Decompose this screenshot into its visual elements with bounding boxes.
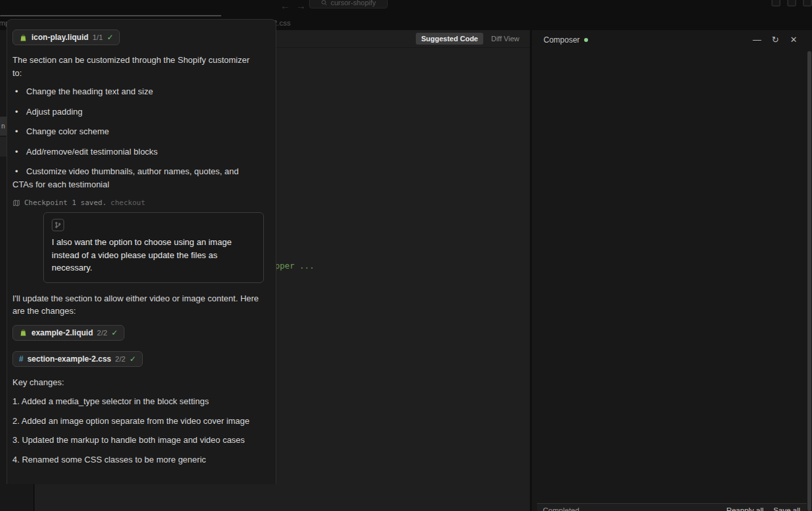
nav-back-icon[interactable]: ←	[280, 0, 290, 11]
chip-count: 2/2	[115, 355, 126, 363]
bullet-item: •Adjust padding	[12, 105, 261, 119]
bullet-item: •Customize video thumbnails, author name…	[12, 165, 261, 191]
checkpoint-icon	[12, 199, 20, 207]
chip-check-icon: ✓	[130, 354, 136, 364]
composer-panel: Composer — ↻ ✕	[530, 30, 812, 511]
key-change-item: 2. Added an image option separate from t…	[12, 415, 261, 428]
css-file-icon: #	[19, 354, 24, 364]
shopify-icon	[19, 328, 28, 337]
key-changes-list: 1. Added a media_type selector in the bl…	[12, 395, 270, 466]
composer-footer: Completed Reapply all Save all	[537, 503, 807, 511]
chip-filename: icon-play.liquid	[31, 33, 88, 42]
workspace-name: cursor-shopify	[331, 0, 376, 7]
chip-check-icon: ✓	[111, 328, 118, 337]
save-all-button[interactable]: Save all	[773, 506, 800, 511]
chip-count: 2/2	[97, 329, 107, 337]
assistant-paragraph: I'll update the section to allow either …	[12, 292, 261, 318]
toggle-panel-icon[interactable]	[787, 0, 796, 7]
key-change-item: 1. Added a media_type selector in the bl…	[12, 395, 261, 408]
minimize-icon[interactable]: —	[748, 35, 766, 45]
file-chip-example-2-liquid[interactable]: example-2.liquid 2/2 ✓	[12, 325, 124, 341]
assistant-paragraph: The section can be customized through th…	[12, 54, 261, 79]
nav-forward-icon[interactable]: →	[296, 0, 306, 11]
bullet-dot: •	[12, 145, 26, 159]
toggle-secondary-sidebar-icon[interactable]	[803, 0, 812, 7]
bullet-dot: •	[12, 125, 26, 138]
checkout-link[interactable]: checkout	[111, 199, 145, 207]
diff-view-button[interactable]: Diff View	[491, 35, 519, 43]
key-changes-title: Key changes:	[12, 376, 261, 389]
bullet-dot: •	[12, 105, 26, 119]
bullet-item: •Change color scheme	[12, 125, 261, 138]
bullet-list: •Change the heading text and size•Adjust…	[12, 85, 270, 191]
key-change-item: 4. Renamed some CSS classes to be more g…	[12, 453, 261, 466]
bullet-dot: •	[12, 165, 26, 178]
composer-scrollbar	[807, 51, 811, 511]
file-chip-icon-play[interactable]: icon-play.liquid 1/1 ✓	[12, 29, 120, 45]
reapply-all-button[interactable]: Reapply all	[726, 506, 764, 511]
key-change-item: 3. Updated the markup to handle both ima…	[12, 434, 261, 447]
branch-icon	[52, 219, 64, 231]
workspace-search[interactable]: cursor-shopify	[309, 0, 388, 9]
user-message-text: I also want the option to choose using a…	[52, 236, 255, 274]
checkpoint-row: Checkpoint 1 saved. checkout	[12, 199, 270, 207]
chip-count: 1/1	[92, 33, 103, 41]
bullet-dot: •	[12, 85, 26, 98]
composer-header: Composer — ↻ ✕	[532, 30, 812, 49]
bullet-item: •Change the heading text and size	[12, 85, 261, 98]
suggested-code-button[interactable]: Suggested Code	[416, 33, 483, 45]
restore-icon[interactable]: ↻	[766, 35, 784, 45]
checkpoint-label: Checkpoint 1 saved.	[24, 199, 107, 207]
shopify-icon	[19, 33, 28, 42]
chip-filename: example-2.liquid	[31, 328, 93, 337]
composer-title: Composer	[544, 35, 580, 45]
chip-check-icon: ✓	[107, 33, 113, 42]
toggle-sidebar-icon[interactable]	[771, 0, 781, 7]
composer-active-dot-icon	[584, 38, 588, 42]
status-label: Completed	[543, 506, 580, 511]
tab-group-divider	[0, 15, 221, 16]
bullet-item: •Add/remove/edit testimonial blocks	[12, 145, 261, 159]
close-icon[interactable]: ✕	[784, 35, 803, 45]
composer-conversation: icon-play.liquid 1/1 ✓ The section can b…	[7, 19, 276, 484]
file-chip-section-example-2-css[interactable]: # section-example-2.css 2/2 ✓	[12, 351, 143, 367]
search-icon	[321, 0, 327, 6]
scrollbar-thumb[interactable]	[807, 51, 811, 511]
chip-filename: section-example-2.css	[28, 354, 111, 364]
user-message: I also want the option to choose using a…	[43, 212, 264, 283]
